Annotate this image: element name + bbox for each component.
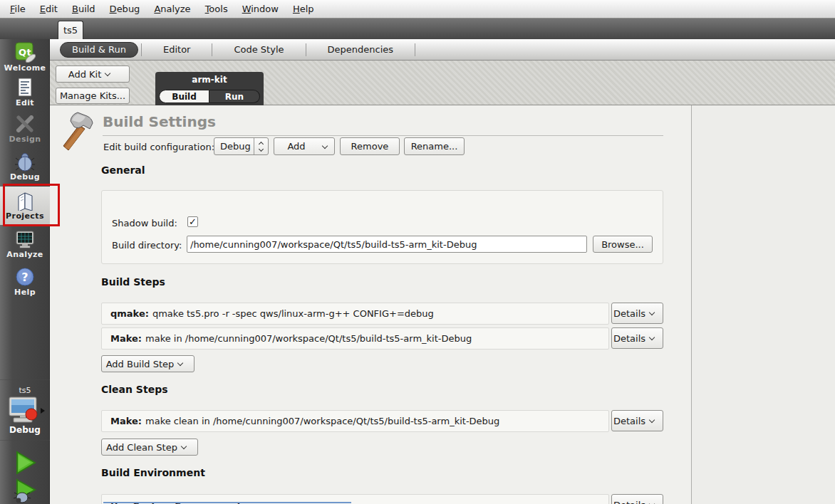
run-debug-button[interactable] xyxy=(12,478,38,504)
add-build-step-button[interactable]: Add Build Step xyxy=(101,355,195,372)
sidebar-item-design: Design xyxy=(0,114,50,144)
kit-name: arm-kit xyxy=(155,75,264,85)
chevron-down-icon xyxy=(181,443,187,449)
chevron-down-icon xyxy=(322,142,328,148)
edit-build-configuration-label: Edit build configuration: xyxy=(103,142,214,152)
rename-button[interactable]: Rename... xyxy=(404,137,465,155)
target-config-label: Debug xyxy=(0,425,50,435)
sidebar-item-edit[interactable]: Edit xyxy=(0,78,50,107)
separator xyxy=(306,43,306,56)
details-button[interactable]: Details xyxy=(611,410,663,431)
menu-file[interactable]: File xyxy=(3,0,33,18)
details-label: Details xyxy=(613,333,645,344)
step-name: Make: xyxy=(110,333,142,344)
bug-icon xyxy=(15,152,35,172)
tab-build-and-run[interactable]: Build & Run xyxy=(60,42,138,58)
sidebar-item-analyze[interactable]: Analyze xyxy=(0,231,50,259)
settings-tabbar: Build & Run Editor Code Style Dependenci… xyxy=(50,39,835,61)
details-button[interactable]: Details xyxy=(611,327,663,349)
kit-bar: Add Kit Manage Kits... arm-kit Build Run xyxy=(50,61,835,105)
details-button[interactable]: Details xyxy=(611,494,663,504)
menu-build[interactable]: Build xyxy=(65,0,103,18)
build-step-row-make: Make: make in /home/cunning007/workspace… xyxy=(101,327,609,350)
kit-run-tab[interactable]: Run xyxy=(209,90,260,103)
chevron-down-icon xyxy=(649,335,655,340)
chevron-down-icon xyxy=(177,360,183,366)
add-kit-label: Add Kit xyxy=(68,69,102,80)
step-command: qmake ts5.pro -r -spec qws/linux-arm-g++… xyxy=(152,308,434,319)
kit-build-tab[interactable]: Build xyxy=(159,90,209,103)
main-panel: Build Settings Edit build configuration:… xyxy=(50,105,835,504)
sidebar-item-label: Analyze xyxy=(0,250,50,259)
manage-kits-button[interactable]: Manage Kits... xyxy=(56,88,130,104)
details-label: Details xyxy=(613,308,645,319)
menu-debug[interactable]: Debug xyxy=(103,0,147,18)
run-debug-icon xyxy=(12,478,38,504)
menubar: File Edit Build Debug Analyze Tools Wind… xyxy=(0,0,835,19)
shadow-build-checkbox[interactable]: ✓ xyxy=(187,216,198,227)
step-command: make in /home/cunning007/workspace/Qt/ts… xyxy=(145,333,472,344)
tab-ts5[interactable]: ts5 xyxy=(58,21,83,39)
add-kit-button[interactable]: Add Kit xyxy=(56,65,130,83)
sidebar-item-debug[interactable]: Debug xyxy=(0,152,50,182)
build-configuration-value: Debug xyxy=(214,141,254,152)
sidebar-item-label: Edit xyxy=(0,98,50,107)
target-selector-button[interactable] xyxy=(4,396,46,426)
qt-logo-icon: Qt xyxy=(14,41,36,63)
add-clean-step-button[interactable]: Add Clean Step xyxy=(101,439,198,456)
divider xyxy=(0,379,50,380)
general-heading: General xyxy=(101,164,145,176)
menu-edit[interactable]: Edit xyxy=(33,0,65,18)
build-directory-input[interactable] xyxy=(187,236,587,253)
add-configuration-label: Add xyxy=(274,141,318,152)
sidebar-item-label: Help xyxy=(0,288,50,297)
sidebar-item-label: Debug xyxy=(0,172,50,182)
build-step-row-qmake: qmake: qmake ts5.pro -r -spec qws/linux-… xyxy=(101,303,609,325)
right-pane xyxy=(691,105,835,504)
menu-window[interactable]: Window xyxy=(235,0,286,18)
add-clean-step-label: Add Clean Step xyxy=(106,442,177,453)
chevron-down-icon xyxy=(649,417,655,423)
tab-dependencies[interactable]: Dependencies xyxy=(309,44,413,55)
divider xyxy=(103,135,663,136)
build-settings-panel: Build Settings Edit build configuration:… xyxy=(50,105,691,504)
add-configuration-button[interactable]: Add xyxy=(274,137,335,155)
shadow-build-label: Shadow build: xyxy=(112,218,177,229)
step-name: qmake: xyxy=(110,308,149,319)
separator xyxy=(415,43,415,56)
svg-text:?: ? xyxy=(21,271,28,284)
mode-sidebar: Qt Welcome Edit Design xyxy=(0,39,50,504)
clean-steps-heading: Clean Steps xyxy=(101,384,167,395)
build-steps-heading: Build Steps xyxy=(101,276,165,288)
document-tabbar: ts5 xyxy=(0,19,835,39)
page-title: Build Settings xyxy=(103,113,216,130)
run-button[interactable] xyxy=(12,450,38,478)
kit-panel-arm-kit: arm-kit Build Run xyxy=(155,72,264,105)
sidebar-item-label: Design xyxy=(0,135,50,144)
run-icon xyxy=(12,450,38,476)
spinner-icon xyxy=(254,138,268,154)
selection-line xyxy=(103,502,351,503)
document-icon xyxy=(15,78,35,98)
chevron-down-icon xyxy=(649,310,655,315)
tab-code-style[interactable]: Code Style xyxy=(215,44,302,55)
details-button[interactable]: Details xyxy=(611,303,663,324)
build-directory-label: Build directory: xyxy=(112,240,182,251)
menu-help[interactable]: Help xyxy=(286,0,321,18)
browse-button[interactable]: Browse... xyxy=(593,236,653,253)
qt-creator-window: File Edit Build Debug Analyze Tools Wind… xyxy=(0,0,835,504)
help-icon: ? xyxy=(15,267,35,287)
menu-tools[interactable]: Tools xyxy=(198,0,235,18)
chevron-down-icon xyxy=(105,70,110,76)
add-build-step-label: Add Build Step xyxy=(106,359,175,369)
separator xyxy=(212,43,212,56)
tab-editor[interactable]: Editor xyxy=(145,44,209,55)
remove-button[interactable]: Remove xyxy=(340,137,400,155)
sidebar-item-help[interactable]: ? Help xyxy=(0,267,50,297)
sidebar-item-welcome[interactable]: Qt Welcome xyxy=(0,41,50,73)
menu-analyze[interactable]: Analyze xyxy=(147,0,197,18)
clean-step-row-make: Make: make clean in /home/cunning007/wor… xyxy=(101,410,609,432)
build-configuration-combobox[interactable]: Debug xyxy=(214,137,269,155)
general-groupbox: Shadow build: ✓ Build directory: Browse.… xyxy=(101,190,663,264)
step-name: Make: xyxy=(110,416,142,426)
